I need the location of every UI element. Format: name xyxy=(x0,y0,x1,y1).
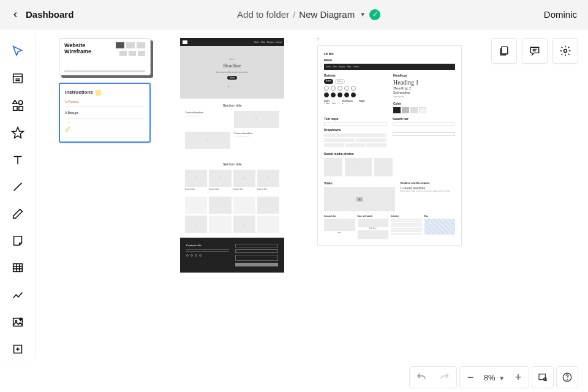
table-tool[interactable] xyxy=(6,257,30,279)
current-user[interactable]: Dominic xyxy=(544,9,577,20)
image-tool[interactable] xyxy=(6,311,30,333)
bottom-toolbar: − 8% ▼ + xyxy=(399,363,588,392)
svg-rect-5 xyxy=(13,107,17,110)
wf-navbar: Home Shop Recipes Contact xyxy=(180,38,284,46)
saved-check-icon: ✓ xyxy=(369,9,380,20)
svg-point-28 xyxy=(195,177,195,178)
fit-to-screen-button[interactable] xyxy=(532,366,554,388)
folder-link[interactable]: Add to folder xyxy=(237,9,289,20)
svg-marker-6 xyxy=(12,127,23,137)
svg-point-4 xyxy=(18,101,22,105)
svg-rect-22 xyxy=(502,47,508,54)
back-to-dashboard[interactable]: Dashboard xyxy=(11,9,74,20)
svg-point-29 xyxy=(219,177,220,178)
page-thumb-1[interactable]: Website Wireframe xyxy=(59,38,151,75)
frame-tool[interactable] xyxy=(6,338,30,360)
canvas[interactable]: Website Wireframe Instructions A Process… xyxy=(36,29,588,363)
shapes-tool[interactable] xyxy=(6,94,30,116)
svg-point-30 xyxy=(243,177,244,178)
pages-panel-button[interactable] xyxy=(491,38,517,64)
page-thumbnails: Website Wireframe Instructions A Process… xyxy=(59,38,151,143)
svg-line-9 xyxy=(13,183,21,191)
svg-point-25 xyxy=(564,50,567,53)
svg-rect-10 xyxy=(13,264,22,272)
breadcrumb-divider: / xyxy=(293,9,295,20)
breadcrumb: Add to folder / New Diagram ▼ ✓ xyxy=(237,9,380,20)
svg-point-27 xyxy=(206,139,207,140)
line-tool[interactable] xyxy=(6,176,30,198)
undo-redo-group xyxy=(409,366,457,388)
doc-name[interactable]: New Diagram xyxy=(299,9,355,20)
app-header: Dashboard Add to folder / New Diagram ▼ … xyxy=(0,0,588,29)
chevron-left-icon xyxy=(11,10,20,19)
canvas-actions xyxy=(491,38,578,64)
wf-footer: Content title xyxy=(180,238,284,273)
thumb2-title: Instructions xyxy=(65,89,93,97)
zoom-control: − 8% ▼ + xyxy=(459,366,529,388)
chart-tool[interactable] xyxy=(6,284,30,306)
text-tool[interactable] xyxy=(6,149,30,171)
pencil-tool[interactable] xyxy=(6,203,30,225)
svg-rect-32 xyxy=(539,374,546,380)
doc-menu-caret[interactable]: ▼ xyxy=(360,11,366,18)
redo-button[interactable] xyxy=(433,367,456,388)
svg-line-34 xyxy=(546,380,547,382)
pointer-tool[interactable] xyxy=(6,40,30,62)
tool-sidebar xyxy=(0,32,36,360)
back-label: Dashboard xyxy=(26,9,74,20)
pencil-icon xyxy=(95,89,101,96)
svg-point-36 xyxy=(567,379,568,380)
settings-button[interactable] xyxy=(552,38,578,64)
zoom-in-button[interactable]: + xyxy=(508,367,529,388)
template-tool[interactable] xyxy=(6,67,30,89)
svg-rect-0 xyxy=(13,74,22,83)
wireframe-page-layout[interactable]: Home Shop Recipes Contact Store Headline… xyxy=(180,38,284,273)
undo-button[interactable] xyxy=(410,367,433,388)
star-tool[interactable] xyxy=(6,122,30,144)
comments-button[interactable] xyxy=(522,38,548,64)
svg-point-26 xyxy=(255,118,256,119)
zoom-out-button[interactable]: − xyxy=(460,367,481,388)
help-button[interactable] xyxy=(556,366,578,388)
wf-hero: Store Headline Lorem ipsum dolor sit ame… xyxy=(180,46,284,99)
note-tool[interactable] xyxy=(6,230,30,252)
page-thumb-2[interactable]: Instructions A Process A Design xyxy=(59,83,151,143)
thumb1-title: Website Wireframe xyxy=(64,42,101,67)
zoom-value[interactable]: 8% ▼ xyxy=(481,373,508,382)
wireframe-ui-kit[interactable]: S UI Kit Menu HomeShopRecipesBlogContact… xyxy=(317,45,462,246)
svg-point-31 xyxy=(267,177,268,178)
